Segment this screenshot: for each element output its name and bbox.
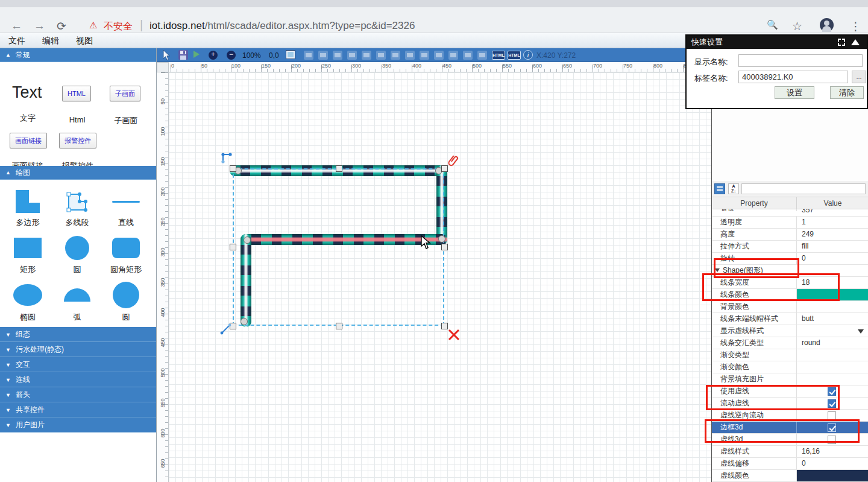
attach-tag-icon[interactable] — [446, 153, 459, 169]
checkbox-unchecked[interactable] — [828, 411, 836, 420]
line-edit-icon[interactable] — [219, 322, 233, 335]
design-canvas[interactable] — [169, 72, 711, 482]
menu-item-1[interactable]: 编辑 — [34, 33, 68, 46]
resize-handle-w[interactable] — [230, 244, 236, 250]
expanded-arrow-icon: ▲ — [5, 48, 11, 62]
polyline-edit-icon[interactable] — [221, 151, 234, 164]
categorize-icon[interactable] — [714, 183, 725, 194]
address-bar[interactable]: iot.idosp.net/html/scada/editor.aspx.htm… — [149, 20, 415, 32]
ruler-label: 150 — [262, 63, 271, 69]
property-row-3[interactable]: 拉伸方式fill — [712, 241, 868, 253]
ruler-label: 300 — [352, 63, 361, 69]
export-html-icon[interactable]: HTML — [492, 51, 505, 60]
select-cursor-tool-icon[interactable] — [163, 50, 171, 60]
run-preview-icon[interactable] — [193, 50, 200, 60]
property-row-2[interactable]: 高度249 — [712, 229, 868, 241]
tool-button-2[interactable]: 子画面 — [110, 86, 140, 101]
menu-item-2[interactable]: 视图 — [68, 33, 101, 46]
section-header-0[interactable]: ▼组态 — [0, 327, 156, 342]
zoom-out-icon[interactable]: − — [227, 51, 236, 60]
property-row-22[interactable]: 虚线颜色 — [712, 470, 868, 482]
section-header-2[interactable]: ▼交互 — [0, 357, 156, 372]
page-zoom-icon[interactable]: 🔍 — [767, 19, 778, 30]
ruler-corner — [157, 62, 169, 72]
shape-tool-line[interactable] — [108, 188, 144, 215]
sort-az-icon[interactable]: AZ↓ — [728, 183, 739, 194]
section-header-1[interactable]: ▼污水处理(静态) — [0, 342, 156, 357]
property-row-10[interactable]: 显示虚线样式 — [712, 325, 868, 337]
section-label: 组态 — [16, 330, 30, 338]
dock-icon[interactable] — [838, 39, 845, 46]
shape-tool-arc[interactable] — [59, 282, 95, 308]
display-name-input[interactable] — [738, 54, 863, 67]
tag-name-input[interactable] — [738, 71, 848, 83]
property-row-9[interactable]: 线条末端线帽样式butt — [712, 313, 868, 325]
shape-tool-rrect[interactable] — [108, 235, 144, 261]
profile-avatar[interactable] — [820, 18, 834, 32]
section-header-5[interactable]: ▼共享控件 — [0, 402, 156, 417]
ruler-label: 500 — [473, 63, 482, 69]
tool-button-1[interactable]: HTML — [62, 86, 91, 101]
property-row-1[interactable]: 透明度1 — [712, 217, 868, 229]
property-row-11[interactable]: 线条交汇类型round — [712, 337, 868, 349]
shape-tool-polygon[interactable] — [10, 188, 46, 215]
property-row-21[interactable]: 虚线偏移0 — [712, 458, 868, 470]
section-header-draw[interactable]: ▲ 绘图 — [0, 166, 156, 180]
property-row-14[interactable]: 背景填充图片 — [712, 373, 868, 385]
apply-button[interactable]: 设置 — [775, 86, 814, 99]
reload-icon[interactable]: ⟳ — [57, 19, 66, 33]
section-header-3[interactable]: ▼连线 — [0, 372, 156, 387]
collapse-up-icon[interactable] — [851, 39, 860, 45]
security-warning-text[interactable]: 不安全 — [104, 21, 133, 33]
section-header-6[interactable]: ▼用户图片 — [0, 417, 156, 433]
property-row-13[interactable]: 渐变颜色 — [712, 361, 868, 373]
property-row-12[interactable]: 渐变类型 — [712, 349, 868, 361]
property-value: 357 — [797, 209, 868, 211]
save-icon[interactable] — [178, 50, 188, 60]
shape-tool-polyline[interactable] — [59, 188, 95, 215]
property-row-0[interactable]: 宽度357 — [712, 209, 868, 217]
forward-icon[interactable]: → — [34, 19, 45, 33]
canvas-settings-icon[interactable] — [286, 50, 295, 60]
bookmark-star-icon[interactable]: ☆ — [792, 19, 802, 33]
section-label: 交互 — [16, 360, 30, 369]
shape-tool-rect[interactable] — [10, 235, 46, 261]
browse-tag-button[interactable]: ... — [852, 71, 866, 83]
resize-handle-e[interactable] — [441, 244, 448, 250]
zoom-in-icon[interactable]: + — [209, 51, 218, 60]
resize-handle-s[interactable] — [336, 323, 342, 329]
shape-tool-ellipse[interactable] — [10, 282, 46, 308]
text-tool-glyph[interactable]: Text — [12, 83, 42, 102]
property-row-8[interactable]: 背景颜色 — [712, 301, 868, 313]
ruler-label: 0 — [171, 63, 174, 69]
section-header-general[interactable]: ▲ 常规 — [0, 48, 156, 62]
resize-handle-nw[interactable] — [230, 165, 236, 172]
section-header-4[interactable]: ▼箭头 — [0, 387, 156, 402]
property-filter-input[interactable] — [741, 183, 866, 194]
vertex-node[interactable] — [244, 236, 251, 244]
vertex-node[interactable] — [438, 235, 445, 243]
resize-handle-n[interactable] — [336, 165, 342, 172]
back-icon[interactable]: ← — [11, 19, 22, 33]
clear-button[interactable]: 清除 — [830, 86, 864, 99]
tool-button-4[interactable]: 报警控件 — [59, 133, 96, 148]
shape-tool-circle[interactable] — [59, 235, 95, 261]
url-host: iot.idosp.net — [149, 20, 205, 31]
ruler-label: 650 — [563, 63, 572, 69]
dropdown-arrow-icon[interactable] — [858, 329, 864, 334]
vertex-node[interactable] — [241, 318, 248, 325]
browser-menu-icon[interactable]: ⋮ — [850, 19, 861, 33]
selection-bounds — [233, 168, 444, 326]
shape-caption: 矩形 — [20, 264, 36, 275]
ruler-label: 600 — [160, 427, 166, 439]
info-icon[interactable]: i — [523, 50, 533, 60]
property-row-20[interactable]: 虚线样式16,16 — [712, 446, 868, 458]
editor-toolbar: + − 100% 0,0 HTML HTML i X:420 Y:272 — [157, 48, 711, 62]
menu-item-0[interactable]: 文件 — [0, 33, 34, 46]
tool-button-3[interactable]: 画面链接 — [10, 133, 47, 148]
export-html-icon[interactable]: HTML — [508, 51, 521, 60]
vertical-ruler: 50100150200250300350400450500550600650 — [157, 72, 169, 482]
delete-x-icon[interactable] — [447, 328, 461, 341]
color-swatch[interactable] — [797, 470, 868, 481]
shape-tool-circle2[interactable] — [108, 282, 144, 308]
